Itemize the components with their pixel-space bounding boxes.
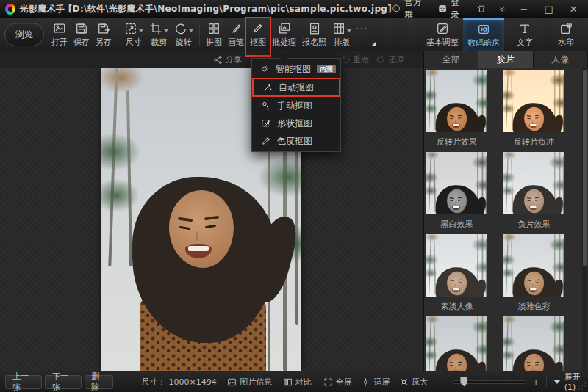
image-size-readout: 尺寸：1000×1494 [142, 377, 217, 388]
zoom-slider[interactable] [452, 380, 526, 384]
filter-label: 淡雅色彩 [518, 297, 551, 316]
delete-image-button[interactable]: 删除 [85, 375, 114, 389]
next-image-button[interactable]: 下一张 [45, 375, 82, 389]
tab-film[interactable]: 胶片 [478, 51, 533, 68]
photo-scene [426, 316, 487, 371]
tab-portrait[interactable]: 人像 [534, 51, 588, 68]
minimize-button[interactable]: − [517, 4, 531, 15]
filter-cell: 负片效果 [503, 152, 564, 234]
digital-darkroom-tab[interactable]: 数码暗房 [463, 18, 504, 51]
watermark-tab[interactable]: 水印 [545, 18, 587, 51]
crop-icon [149, 22, 162, 35]
filter-thumbnail[interactable] [426, 316, 487, 371]
brush-icon [229, 22, 243, 35]
restore-button[interactable]: 还原 [376, 54, 404, 65]
menu-item-manual-cutout[interactable]: 手动抠图 [252, 97, 340, 115]
fit-screen-button[interactable]: 适屏 [361, 377, 390, 388]
resize-grip[interactable] [578, 382, 586, 390]
menu-item-chroma-cutout[interactable]: 色度抠图 [252, 132, 340, 150]
auto-cutout-icon [262, 82, 273, 92]
save-button[interactable]: 保存 [71, 19, 93, 50]
text-icon [518, 22, 531, 35]
manual-cutout-icon [261, 101, 271, 111]
fullscreen-button[interactable]: 全屏 [323, 377, 352, 388]
id-photo-icon [308, 22, 321, 35]
toolbar-separator [199, 23, 200, 46]
filter-thumbnail-bw[interactable] [426, 152, 487, 214]
login-avatar-icon [438, 4, 447, 14]
zoom-out-button[interactable]: − [440, 377, 446, 387]
menu-item-shape-cutout[interactable]: 形状抠图 [252, 115, 340, 132]
redo-button[interactable]: 重做 [341, 54, 369, 65]
filter-cell [426, 316, 487, 371]
rotate-icon [174, 22, 187, 35]
toolbar-separator [118, 23, 118, 46]
filter-label: 反转片效果 [437, 132, 477, 152]
action-bar: 分享 重做 还原 [0, 51, 423, 68]
save-as-button[interactable]: 另存 [93, 19, 115, 50]
compare-button[interactable]: 对比 [283, 377, 312, 388]
image-info-button[interactable]: 图片信息 [227, 377, 272, 388]
crop-button[interactable]: 裁剪 [146, 19, 171, 50]
filter-thumbnail-negative[interactable] [503, 152, 564, 214]
window-title: 光影魔术手 [D:\软件\光影魔术手\NeoImaging\Program\pi… [20, 3, 392, 15]
menu-item-auto-cutout[interactable]: 自动抠图 [252, 78, 340, 97]
maximize-button[interactable]: □ [542, 4, 556, 15]
filter-thumbnail[interactable] [503, 316, 564, 371]
panel-scrollbar[interactable] [582, 68, 587, 371]
cutout-button[interactable]: 抠图 [247, 19, 269, 50]
app-logo-icon [5, 4, 15, 15]
collage-icon [207, 22, 220, 35]
save-as-icon [97, 22, 110, 35]
prev-image-button[interactable]: 上一张 [5, 375, 42, 389]
share-icon [213, 55, 223, 65]
layout-button[interactable]: 排版 [329, 19, 354, 50]
more-tools-button[interactable]: ··· [354, 24, 371, 45]
zoom-in-button[interactable]: + [532, 377, 539, 387]
zoom-slider-handle[interactable] [460, 377, 467, 387]
dropdown-caret-icon [347, 29, 351, 32]
filter-label: 反转片负冲 [514, 132, 554, 152]
theme-skin-icon[interactable] [476, 4, 487, 14]
image-info-icon [227, 377, 237, 387]
tab-all[interactable]: 全部 [424, 51, 478, 68]
id-photo-button[interactable]: 报名照 [299, 19, 329, 50]
chroma-cutout-icon [261, 136, 271, 146]
menu-item-smart-cutout[interactable]: 智能抠图 内测 [252, 60, 340, 78]
photo-scene [426, 234, 487, 297]
browse-button[interactable]: 浏览 [4, 23, 44, 46]
close-button[interactable]: ✕ [566, 4, 581, 15]
compare-icon [283, 377, 293, 387]
text-tab[interactable]: 文字 [504, 18, 545, 51]
caret-down-icon [553, 380, 561, 384]
photo-scene [426, 70, 487, 132]
batch-button[interactable]: 批处理 [269, 19, 299, 50]
share-button[interactable]: 分享 [213, 54, 242, 65]
filter-thumbnail-reversal[interactable] [426, 70, 487, 132]
open-button[interactable]: 打开 [49, 19, 71, 50]
chevron-double-down-icon[interactable] [498, 4, 506, 14]
resize-button[interactable]: 尺寸 [121, 19, 146, 50]
scrollbar-thumb[interactable] [583, 70, 587, 266]
shape-cutout-icon [261, 118, 271, 128]
rotate-button[interactable]: 旋转 [171, 19, 196, 50]
filter-thumbnail-cross-process[interactable] [503, 70, 564, 132]
basic-adjust-icon [436, 22, 449, 35]
basic-adjust-tab[interactable]: 基本调整 [422, 18, 463, 51]
main-toolbar: 浏览 打开 保存 另存 [0, 18, 588, 51]
filter-thumbnail-soft-color[interactable] [503, 234, 564, 297]
brush-button[interactable]: 画笔 [225, 19, 247, 50]
dropdown-caret-icon [139, 29, 143, 32]
expand-corner-icon[interactable] [371, 42, 376, 46]
filter-cell: 淡雅色彩 [503, 234, 564, 316]
filter-thumbnail-plain-portrait[interactable] [426, 234, 487, 297]
original-size-button[interactable]: 原大 [399, 377, 428, 388]
photo-scene [503, 70, 564, 132]
status-bar: 上一张 下一张 删除 尺寸：1000×1494 图片信息 对比 [0, 371, 588, 392]
titlebar: 光影魔术手 [D:\软件\光影魔术手\NeoImaging\Program\pi… [0, 0, 588, 18]
image-size-value: 1000×1494 [169, 377, 217, 387]
restore-icon [376, 55, 385, 64]
filter-grid: 反转片效果 反转片负冲 黑白 [426, 70, 564, 371]
collage-button[interactable]: 拼图 [203, 19, 225, 50]
actionbar-separator [248, 54, 248, 65]
